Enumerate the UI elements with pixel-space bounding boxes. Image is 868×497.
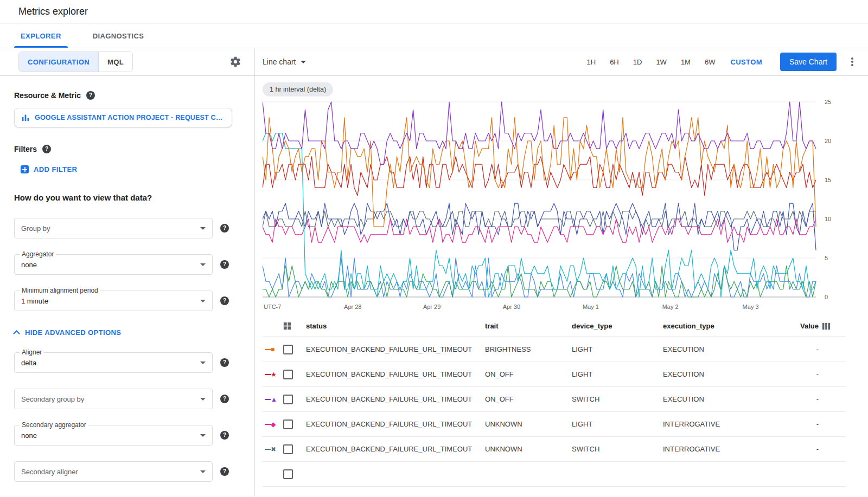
more-options-icon[interactable] bbox=[845, 55, 859, 69]
row-checkbox[interactable] bbox=[283, 395, 293, 404]
aggregator-select[interactable]: Aggregator none bbox=[14, 254, 213, 275]
chevron-down-icon bbox=[200, 398, 206, 401]
add-filter-button[interactable]: ADD FILTER bbox=[21, 165, 77, 173]
cell-execution-type: INTERROGATIVE bbox=[663, 445, 769, 453]
top-tab-bar: EXPLORER DIAGNOSTICS bbox=[0, 24, 868, 48]
secondary-group-by-select[interactable]: Secondary group by bbox=[14, 389, 213, 409]
content: CONFIGURATION MQL Resource & Metric ? GO… bbox=[0, 48, 868, 496]
cell-execution-type: EXECUTION bbox=[663, 345, 769, 353]
svg-text:0: 0 bbox=[825, 294, 828, 300]
chevron-down-icon bbox=[200, 434, 206, 437]
chart-section: 1 hr interval (delta) 0510152025UTC-7Apr… bbox=[255, 76, 868, 314]
svg-text:15: 15 bbox=[825, 177, 831, 183]
range-6h-button[interactable]: 6H bbox=[610, 55, 619, 69]
sidebar-header: CONFIGURATION MQL bbox=[0, 48, 254, 76]
series-marker-icon: ▲ bbox=[265, 396, 283, 403]
help-icon[interactable]: ? bbox=[42, 145, 51, 153]
table-row-partial[interactable] bbox=[263, 462, 846, 487]
table-row[interactable]: ▲ EXECUTION_BACKEND_FAILURE_URL_TIMEOUT … bbox=[263, 387, 846, 412]
range-custom-button[interactable]: CUSTOM bbox=[730, 55, 762, 69]
cell-trait: BRIGHTNESS bbox=[485, 345, 572, 353]
secondary-aggregator-value: none bbox=[21, 431, 37, 440]
aligner-select[interactable]: Aligner delta bbox=[14, 352, 213, 373]
help-icon[interactable]: ? bbox=[220, 224, 229, 233]
range-1d-button[interactable]: 1D bbox=[633, 55, 642, 69]
legend-grid-icon[interactable] bbox=[283, 322, 306, 330]
help-icon[interactable]: ? bbox=[220, 296, 229, 305]
add-filter-label: ADD FILTER bbox=[34, 165, 77, 173]
page-header: Metrics explorer bbox=[0, 0, 868, 24]
table-row[interactable]: ◆ EXECUTION_BACKEND_FAILURE_URL_TIMEOUT … bbox=[263, 412, 846, 437]
cell-value: - bbox=[769, 445, 822, 453]
tab-explorer[interactable]: EXPLORER bbox=[14, 24, 68, 48]
svg-text:5: 5 bbox=[825, 255, 828, 261]
row-checkbox[interactable] bbox=[283, 370, 293, 379]
svg-text:25: 25 bbox=[825, 99, 831, 105]
cell-trait: ON_OFF bbox=[485, 370, 572, 378]
line-chart[interactable]: 0510152025UTC-7Apr 28Apr 29Apr 30May 1Ma… bbox=[263, 98, 843, 314]
metric-chip[interactable]: GOOGLE ASSISTANT ACTION PROJECT - REQUES… bbox=[14, 108, 232, 127]
help-icon[interactable]: ? bbox=[220, 395, 229, 403]
min-alignment-period-select[interactable]: Minimum alignment period 1 minute bbox=[14, 291, 213, 311]
cell-device-type: LIGHT bbox=[572, 345, 663, 353]
aligner-value: delta bbox=[21, 359, 36, 367]
chart-type-dropdown[interactable]: Line chart bbox=[263, 57, 306, 66]
configuration-sidebar: CONFIGURATION MQL Resource & Metric ? GO… bbox=[0, 48, 255, 496]
col-execution-type: execution_type bbox=[663, 322, 769, 330]
filters-label: Filters bbox=[14, 145, 37, 153]
chart-panel: Line chart 1H 6H 1D 1W 1M 6W CUSTOM Save… bbox=[255, 48, 868, 496]
time-range-group: 1H 6H 1D 1W 1M 6W CUSTOM Save Chart bbox=[580, 53, 859, 71]
help-icon[interactable]: ? bbox=[220, 260, 229, 269]
cell-value: - bbox=[769, 395, 822, 403]
help-icon[interactable]: ? bbox=[220, 358, 229, 367]
col-status: status bbox=[306, 322, 485, 330]
table-header-row: status trait device_type execution_type … bbox=[263, 315, 846, 337]
chart-toolbar: Line chart 1H 6H 1D 1W 1M 6W CUSTOM Save… bbox=[255, 48, 868, 76]
help-icon[interactable]: ? bbox=[220, 431, 229, 440]
range-1m-button[interactable]: 1M bbox=[681, 55, 691, 69]
table-row[interactable]: ★ EXECUTION_BACKEND_FAILURE_URL_TIMEOUT … bbox=[263, 362, 846, 387]
chevron-down-icon bbox=[200, 300, 206, 302]
hide-advanced-options-label: HIDE ADVANCED OPTIONS bbox=[25, 328, 121, 337]
secondary-aligner-value: Secondary aligner bbox=[21, 468, 78, 476]
secondary-aligner-select[interactable]: Secondary aligner bbox=[14, 461, 213, 482]
col-value: Value bbox=[769, 322, 822, 330]
help-icon[interactable]: ? bbox=[220, 467, 229, 476]
series-marker-icon: ◆ bbox=[265, 421, 283, 428]
configuration-tab[interactable]: CONFIGURATION bbox=[19, 52, 98, 72]
aggregator-value: none bbox=[21, 261, 37, 269]
row-checkbox[interactable] bbox=[283, 419, 293, 429]
cell-status: EXECUTION_BACKEND_FAILURE_URL_TIMEOUT bbox=[306, 445, 485, 453]
table-row[interactable]: ■ EXECUTION_BACKEND_FAILURE_URL_TIMEOUT … bbox=[263, 337, 846, 362]
range-1w-button[interactable]: 1W bbox=[656, 55, 667, 69]
row-checkbox[interactable] bbox=[283, 345, 293, 354]
row-checkbox[interactable] bbox=[283, 469, 293, 479]
svg-text:20: 20 bbox=[825, 138, 831, 144]
cell-execution-type: EXECUTION bbox=[663, 370, 769, 378]
sidebar-body: Resource & Metric ? GOOGLE ASSISTANT ACT… bbox=[0, 76, 254, 496]
mql-tab[interactable]: MQL bbox=[98, 52, 132, 72]
metric-chip-label: GOOGLE ASSISTANT ACTION PROJECT - REQUES… bbox=[35, 114, 225, 121]
cell-device-type: LIGHT bbox=[572, 370, 663, 378]
table-row[interactable]: ✖ EXECUTION_BACKEND_FAILURE_URL_TIMEOUT … bbox=[263, 437, 846, 462]
cell-execution-type: EXECUTION bbox=[663, 395, 769, 403]
tab-diagnostics[interactable]: DIAGNOSTICS bbox=[86, 24, 151, 48]
col-trait: trait bbox=[485, 322, 572, 330]
settings-gear-icon[interactable] bbox=[228, 55, 242, 69]
col-device-type: device_type bbox=[572, 322, 663, 330]
cell-trait: ON_OFF bbox=[485, 395, 572, 403]
cell-device-type: SWITCH bbox=[572, 395, 663, 403]
column-selector-icon[interactable] bbox=[822, 322, 846, 331]
row-checkbox[interactable] bbox=[283, 444, 293, 454]
svg-text:Apr 29: Apr 29 bbox=[423, 304, 441, 310]
save-chart-button[interactable]: Save Chart bbox=[780, 53, 837, 71]
cell-value: - bbox=[769, 420, 822, 428]
help-icon[interactable]: ? bbox=[86, 91, 95, 100]
range-1h-button[interactable]: 1H bbox=[587, 55, 596, 69]
range-6w-button[interactable]: 6W bbox=[705, 55, 716, 69]
secondary-aggregator-select[interactable]: Secondary aggregator none bbox=[14, 425, 213, 446]
cell-status: EXECUTION_BACKEND_FAILURE_URL_TIMEOUT bbox=[306, 370, 485, 378]
group-by-select[interactable]: Group by bbox=[14, 218, 213, 238]
cell-value: - bbox=[769, 370, 822, 378]
hide-advanced-options-toggle[interactable]: HIDE ADVANCED OPTIONS bbox=[14, 328, 121, 337]
